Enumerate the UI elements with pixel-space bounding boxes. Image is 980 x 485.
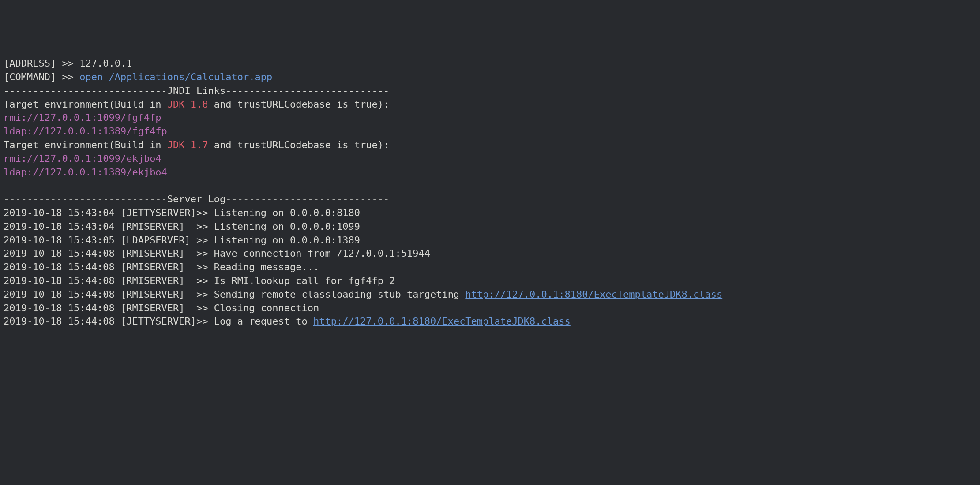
server-log-line: 2019-10-18 15:44:08 [RMISERVER] >> Closi… [4,302,976,315]
terminal-line: ----------------------------Server Log--… [4,193,976,206]
target18-rmi-link: rmi://127.0.0.1:1099/fgf4fp [4,112,161,123]
address-value: 127.0.0.1 [79,58,132,69]
target17-rmi-link: rmi://127.0.0.1:1099/ekjbo4 [4,153,161,164]
jndi-links-header: ----------------------------JNDI Links--… [4,85,389,96]
terminal-line: rmi://127.0.0.1:1099/ekjbo4 [4,152,976,166]
target18-ldap-link: ldap://127.0.0.1:1389/fgf4fp [4,126,167,137]
server-log-header: ----------------------------Server Log--… [4,194,389,205]
log-text-6: 2019-10-18 15:44:08 [RMISERVER] >> Sendi… [4,289,465,300]
server-log-line: 2019-10-18 15:43:05 [LDAPSERVER] >> List… [4,234,976,247]
log-text-5: 2019-10-18 15:44:08 [RMISERVER] >> Is RM… [4,275,395,286]
server-log-line: 2019-10-18 15:44:08 [RMISERVER] >> Sendi… [4,288,976,302]
target17-ldap-link: ldap://127.0.0.1:1389/ekjbo4 [4,167,167,178]
server-log-line: 2019-10-18 15:44:08 [JETTYSERVER]>> Log … [4,315,976,328]
terminal-line: ldap://127.0.0.1:1389/fgf4fp [4,125,976,138]
log-url-6[interactable]: http://127.0.0.1:8180/ExecTemplateJDK8.c… [465,289,722,300]
command-prompt-label: [COMMAND] >> [4,71,79,82]
terminal-line: Target environment(Build in JDK 1.8 and … [4,98,976,112]
command-value: open /Applications/Calculator.app [79,71,272,82]
target17-jdk: JDK 1.7 [167,139,208,150]
server-log-line: 2019-10-18 15:44:08 [RMISERVER] >> Have … [4,247,976,261]
log-text-7: 2019-10-18 15:44:08 [RMISERVER] >> Closi… [4,302,319,313]
server-log-line: 2019-10-18 15:43:04 [JETTYSERVER]>> List… [4,206,976,220]
log-text-2: 2019-10-18 15:43:05 [LDAPSERVER] >> List… [4,235,360,246]
blank-line [4,179,976,193]
terminal-line: ldap://127.0.0.1:1389/ekjbo4 [4,166,976,179]
target18-prefix: Target environment(Build in [4,99,167,110]
server-log-line: 2019-10-18 15:43:04 [RMISERVER] >> Liste… [4,220,976,234]
terminal-line: ----------------------------JNDI Links--… [4,84,976,98]
target18-suffix: and trustURLCodebase is true): [208,99,390,110]
log-text-1: 2019-10-18 15:43:04 [RMISERVER] >> Liste… [4,221,360,232]
address-prompt-label: [ADDRESS] >> [4,58,79,69]
log-text-4: 2019-10-18 15:44:08 [RMISERVER] >> Readi… [4,261,319,272]
target17-prefix: Target environment(Build in [4,139,167,150]
log-text-3: 2019-10-18 15:44:08 [RMISERVER] >> Have … [4,248,430,259]
terminal-line: [ADDRESS] >> 127.0.0.1 [4,57,976,71]
terminal-line: Target environment(Build in JDK 1.7 and … [4,138,976,152]
target17-suffix: and trustURLCodebase is true): [208,139,390,150]
terminal-line: [COMMAND] >> open /Applications/Calculat… [4,71,976,84]
log-text-0: 2019-10-18 15:43:04 [JETTYSERVER]>> List… [4,207,360,218]
server-log-line: 2019-10-18 15:44:08 [RMISERVER] >> Readi… [4,261,976,274]
terminal-line: rmi://127.0.0.1:1099/fgf4fp [4,111,976,125]
log-text-8: 2019-10-18 15:44:08 [JETTYSERVER]>> Log … [4,316,313,327]
target18-jdk: JDK 1.8 [167,99,208,110]
log-url-8[interactable]: http://127.0.0.1:8180/ExecTemplateJDK8.c… [313,316,571,327]
server-log-line: 2019-10-18 15:44:08 [RMISERVER] >> Is RM… [4,274,976,288]
